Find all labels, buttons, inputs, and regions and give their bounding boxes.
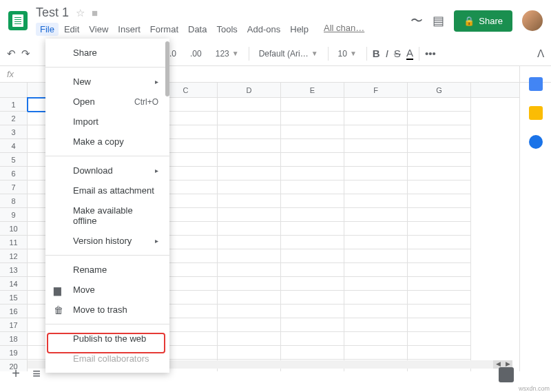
row-header[interactable]: 18 <box>0 332 28 346</box>
row-header[interactable]: 5 <box>0 153 28 167</box>
row-header[interactable]: 11 <box>0 236 28 249</box>
font-select[interactable]: Default (Ari… ▼ <box>255 48 322 60</box>
cell[interactable] <box>281 153 344 167</box>
row-header[interactable]: 10 <box>0 222 28 236</box>
cell[interactable] <box>218 98 281 112</box>
row-header[interactable]: 3 <box>0 125 28 139</box>
cell[interactable] <box>344 153 408 167</box>
cell[interactable] <box>344 263 408 277</box>
cell[interactable] <box>218 139 281 153</box>
cell[interactable] <box>281 125 344 139</box>
cell[interactable] <box>408 194 471 208</box>
cell[interactable] <box>218 167 281 180</box>
file-share[interactable]: Share <box>45 43 169 63</box>
row-header[interactable]: 7 <box>0 180 28 194</box>
cell[interactable] <box>344 249 408 263</box>
cell[interactable] <box>281 277 344 291</box>
cell[interactable] <box>408 305 471 318</box>
cell[interactable] <box>218 305 281 318</box>
cell[interactable] <box>408 263 471 277</box>
bold-button[interactable]: B <box>373 48 380 59</box>
cell[interactable] <box>281 291 344 305</box>
cell[interactable] <box>281 208 344 222</box>
row-header[interactable]: 6 <box>0 167 28 180</box>
cell[interactable] <box>281 305 344 318</box>
font-size[interactable]: 10 ▼ <box>334 48 361 60</box>
row-header[interactable]: 19 <box>0 346 28 360</box>
row-header[interactable]: 12 <box>0 249 28 263</box>
file-open[interactable]: OpenCtrl+O <box>45 92 169 112</box>
col-header[interactable]: D <box>218 83 281 97</box>
row-header[interactable]: 8 <box>0 194 28 208</box>
file-email-collaborators[interactable]: Email collaborators <box>45 349 169 369</box>
cell[interactable] <box>408 125 471 139</box>
cell[interactable] <box>218 180 281 194</box>
cell[interactable] <box>281 139 344 153</box>
italic-button[interactable]: I <box>386 48 388 59</box>
strike-button[interactable]: S <box>394 48 401 59</box>
cell[interactable] <box>281 236 344 249</box>
all-changes-link[interactable]: All chan… <box>324 23 364 36</box>
cell[interactable] <box>218 125 281 139</box>
cell[interactable] <box>218 236 281 249</box>
cell[interactable] <box>281 194 344 208</box>
cell[interactable] <box>344 305 408 318</box>
col-header[interactable]: F <box>344 83 408 97</box>
cell[interactable] <box>344 208 408 222</box>
cell[interactable] <box>408 112 471 125</box>
cell[interactable] <box>218 318 281 332</box>
row-header[interactable]: 4 <box>0 139 28 153</box>
file-download[interactable]: Download▸ <box>45 161 169 180</box>
menu-insert[interactable]: Insert <box>114 23 145 36</box>
explore-button[interactable] <box>499 367 514 382</box>
cell[interactable] <box>408 167 471 180</box>
tasks-icon[interactable] <box>529 135 543 149</box>
comments-icon[interactable]: ▤ <box>433 13 444 28</box>
cell[interactable] <box>408 222 471 236</box>
redo-icon[interactable]: ↷ <box>21 48 30 60</box>
cell[interactable] <box>218 222 281 236</box>
cell[interactable] <box>408 346 471 360</box>
row-header[interactable]: 1 <box>0 98 28 112</box>
cell[interactable] <box>344 277 408 291</box>
cell[interactable] <box>281 346 344 360</box>
menu-addons[interactable]: Add-ons <box>243 23 284 36</box>
cell[interactable] <box>408 180 471 194</box>
cell[interactable] <box>344 222 408 236</box>
cell[interactable] <box>281 249 344 263</box>
star-icon[interactable]: ☆ <box>76 7 85 19</box>
col-header[interactable]: E <box>281 83 344 97</box>
undo-icon[interactable]: ↶ <box>7 48 16 60</box>
cell[interactable] <box>408 236 471 249</box>
keep-icon[interactable] <box>529 106 543 120</box>
cell[interactable] <box>344 180 408 194</box>
cell[interactable] <box>344 236 408 249</box>
cell[interactable] <box>281 332 344 346</box>
cell[interactable] <box>281 167 344 180</box>
row-header[interactable]: 15 <box>0 291 28 305</box>
cell[interactable] <box>408 139 471 153</box>
file-email-attachment[interactable]: Email as attachment <box>45 180 169 200</box>
menu-tools[interactable]: Tools <box>212 23 241 36</box>
file-make-copy[interactable]: Make a copy <box>45 132 169 152</box>
account-avatar[interactable] <box>522 10 543 31</box>
file-move[interactable]: ▆Move <box>45 280 169 300</box>
cell[interactable] <box>218 194 281 208</box>
sheets-logo[interactable] <box>8 11 28 30</box>
document-title[interactable]: Test 1 <box>36 6 69 20</box>
number-format[interactable]: 123 ▼ <box>211 48 243 60</box>
menu-format[interactable]: Format <box>146 23 183 36</box>
file-offline[interactable]: Make available offline <box>45 200 169 231</box>
cell[interactable] <box>218 346 281 360</box>
cell[interactable] <box>218 153 281 167</box>
share-button[interactable]: 🔒 Share <box>454 10 512 32</box>
cell[interactable] <box>344 346 408 360</box>
cell[interactable] <box>281 263 344 277</box>
row-header[interactable]: 17 <box>0 318 28 332</box>
cell[interactable] <box>218 263 281 277</box>
row-header[interactable]: 2 <box>0 112 28 125</box>
file-new[interactable]: New▸ <box>45 72 169 92</box>
file-version-history[interactable]: Version history▸ <box>45 231 169 251</box>
calendar-icon[interactable] <box>529 77 543 91</box>
cell[interactable] <box>408 291 471 305</box>
